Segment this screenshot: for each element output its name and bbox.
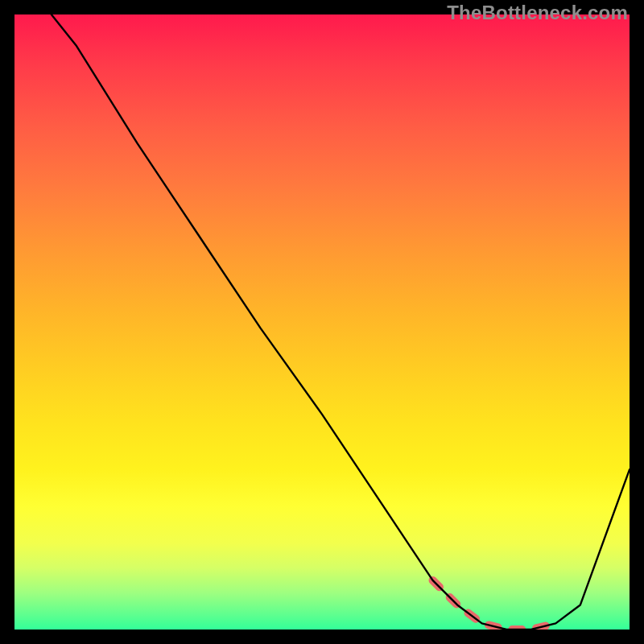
watermark-text: TheBottleneck.com: [447, 2, 628, 24]
curve-line: [52, 14, 630, 630]
curve-series: [52, 14, 630, 630]
highlight-series: [433, 580, 556, 630]
chart-svg: [14, 14, 630, 630]
plot-area: [14, 14, 630, 630]
chart-frame: TheBottleneck.com: [0, 0, 644, 644]
highlight-line: [433, 580, 556, 630]
